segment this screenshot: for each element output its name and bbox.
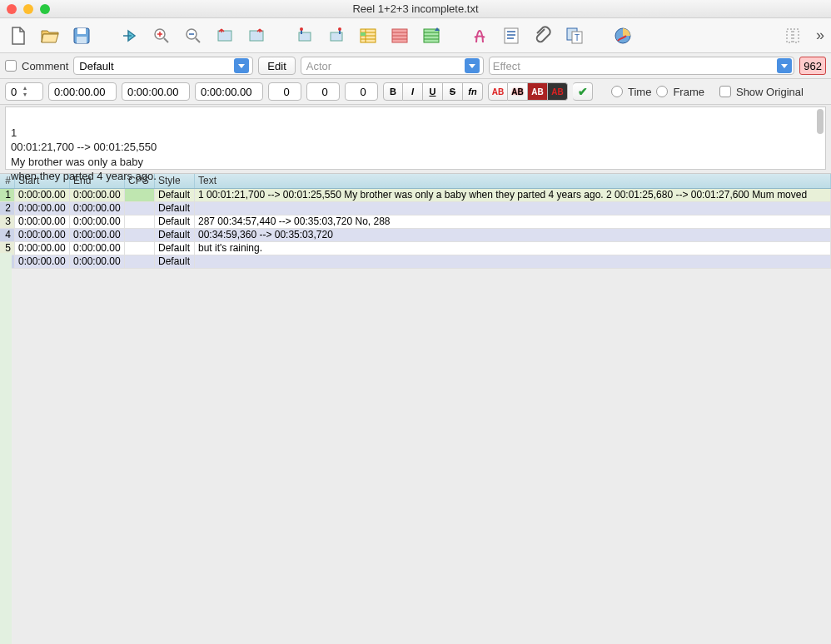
- col-style[interactable]: Style: [155, 174, 195, 188]
- grid-body: 10:00:00.000:00:00.00Default1 00:01:21,7…: [0, 189, 831, 269]
- table-cell: 0:00:00.00: [15, 189, 70, 201]
- col-text[interactable]: Text: [195, 174, 831, 188]
- svg-rect-12: [361, 32, 366, 36]
- style-select-value: Default: [79, 60, 113, 72]
- dropdown-arrow-icon: [777, 58, 792, 73]
- toolbar-overflow-icon[interactable]: »: [816, 27, 824, 44]
- table-cell: 1: [0, 189, 15, 201]
- new-file-button[interactable]: [7, 24, 30, 47]
- outline-color-button[interactable]: AB: [528, 82, 548, 101]
- table-cell: [195, 202, 831, 215]
- strike-button[interactable]: S: [443, 82, 463, 101]
- zoom-icon[interactable]: [40, 4, 50, 14]
- time-label: Time: [628, 86, 651, 98]
- close-icon[interactable]: [7, 4, 17, 14]
- comment-checkbox[interactable]: [5, 60, 17, 72]
- svg-rect-6: [250, 31, 263, 41]
- table-cell: [125, 215, 155, 228]
- jump-start-button[interactable]: [213, 24, 236, 47]
- select-lines-button[interactable]: [356, 24, 380, 47]
- subtitle-grid: # Start End CPS Style Text 10:00:00.000:…: [0, 173, 831, 269]
- svg-rect-20: [787, 29, 792, 42]
- actor-select[interactable]: Actor: [301, 57, 484, 75]
- show-original-checkbox[interactable]: [719, 86, 731, 97]
- zoom-in-button[interactable]: [150, 24, 173, 47]
- snap-start-button[interactable]: [293, 24, 316, 47]
- table-cell: 4: [0, 229, 15, 241]
- margin-l-input[interactable]: 0: [268, 82, 301, 101]
- table-cell: [125, 255, 155, 268]
- table-cell: [195, 255, 831, 268]
- table-cell: 0:00:00.00: [15, 202, 70, 215]
- table-cell: 0:00:00.00: [15, 255, 70, 268]
- table-cell: 0:00:00.00: [70, 229, 125, 241]
- snap-end-button[interactable]: [325, 24, 348, 47]
- jump-button[interactable]: [118, 24, 142, 47]
- duration-input[interactable]: 0:00:00.00: [195, 82, 263, 101]
- italic-button[interactable]: I: [403, 82, 423, 101]
- layer-input[interactable]: 0▴▾: [5, 82, 43, 101]
- format-buttons: B I U S fn: [383, 82, 483, 101]
- minimize-icon[interactable]: [23, 4, 33, 14]
- end-time-input[interactable]: 0:00:00.00: [122, 82, 190, 101]
- automation-button[interactable]: [611, 24, 634, 47]
- table-row[interactable]: 30:00:00.000:00:00.00Default287 00:34:57…: [0, 215, 831, 229]
- table-cell: 0:00:00.00: [15, 229, 70, 241]
- open-file-button[interactable]: [38, 24, 62, 47]
- toggle-tags-button[interactable]: [781, 24, 804, 47]
- bold-button[interactable]: B: [383, 82, 403, 101]
- svg-point-8: [300, 27, 303, 31]
- table-cell: 3: [0, 215, 15, 228]
- window-controls: [7, 4, 50, 14]
- left-gutter: [0, 253, 12, 644]
- edit-style-button[interactable]: Edit: [258, 57, 295, 75]
- table-row[interactable]: 40:00:00.000:00:00.00Default00:34:59,360…: [0, 229, 831, 242]
- table-cell: 1 00:01:21,700 --> 00:01:25,550 My broth…: [195, 189, 831, 201]
- jump-end-button[interactable]: [245, 24, 268, 47]
- attachments-button[interactable]: [531, 24, 555, 47]
- table-cell: [125, 202, 155, 215]
- table-row[interactable]: 20:00:00.000:00:00.00Default: [0, 202, 831, 215]
- fonts-collector-button[interactable]: T: [563, 24, 586, 47]
- table-cell: 0:00:00.00: [70, 189, 125, 201]
- frame-label: Frame: [673, 86, 704, 98]
- margin-v-input[interactable]: 0: [345, 82, 378, 101]
- titlebar: Reel 1+2+3 incomplete.txt: [0, 0, 831, 18]
- frame-radio[interactable]: [656, 86, 668, 97]
- subtitle-textarea[interactable]: 1 00:01:21,700 --> 00:01:25,550 My broth…: [5, 107, 826, 170]
- dropdown-arrow-icon: [234, 58, 249, 73]
- shadow-color-button[interactable]: AB: [548, 82, 568, 101]
- style-select[interactable]: Default: [73, 57, 253, 75]
- start-time-input[interactable]: 0:00:00.00: [48, 82, 117, 101]
- table-cell: Default: [155, 255, 195, 268]
- table-row[interactable]: 60:00:00.000:00:00.00Default: [0, 255, 831, 269]
- table-cell: 0:00:00.00: [15, 215, 70, 228]
- main-toolbar: T »: [0, 18, 831, 53]
- margin-r-input[interactable]: 0: [306, 82, 340, 101]
- table-cell: Default: [155, 229, 195, 241]
- table-cell: 287 00:34:57,440 --> 00:35:03,720 No, 28…: [195, 215, 831, 228]
- table-cell: 0:00:00.00: [70, 215, 125, 228]
- commit-button[interactable]: ✔: [573, 82, 593, 101]
- primary-color-button[interactable]: AB: [488, 82, 508, 101]
- timing-row: 0▴▾ 0:00:00.00 0:00:00.00 0:00:00.00 0 0…: [0, 79, 831, 105]
- underline-button[interactable]: U: [423, 82, 443, 101]
- shift-times-button[interactable]: [388, 24, 411, 47]
- table-cell: 2: [0, 202, 15, 215]
- font-name-button[interactable]: fn: [463, 82, 483, 101]
- table-row[interactable]: 10:00:00.000:00:00.00Default1 00:01:21,7…: [0, 189, 831, 202]
- table-cell: 0:00:00.00: [15, 242, 70, 255]
- save-file-button[interactable]: [70, 24, 93, 47]
- styling-assistant-button[interactable]: [468, 24, 491, 47]
- styles-manager-button[interactable]: [500, 24, 523, 47]
- time-radio[interactable]: [611, 86, 623, 97]
- secondary-color-button[interactable]: AB: [508, 82, 528, 101]
- table-cell: Default: [155, 189, 195, 201]
- scrollbar-thumb[interactable]: [817, 109, 824, 134]
- sort-lines-button[interactable]: [420, 24, 443, 47]
- svg-rect-5: [218, 31, 231, 41]
- zoom-out-button[interactable]: [182, 24, 205, 47]
- window-title: Reel 1+2+3 incomplete.txt: [0, 2, 831, 15]
- effect-input[interactable]: Effect: [489, 57, 795, 75]
- table-row[interactable]: 50:00:00.000:00:00.00Defaultbut it's rai…: [0, 242, 831, 255]
